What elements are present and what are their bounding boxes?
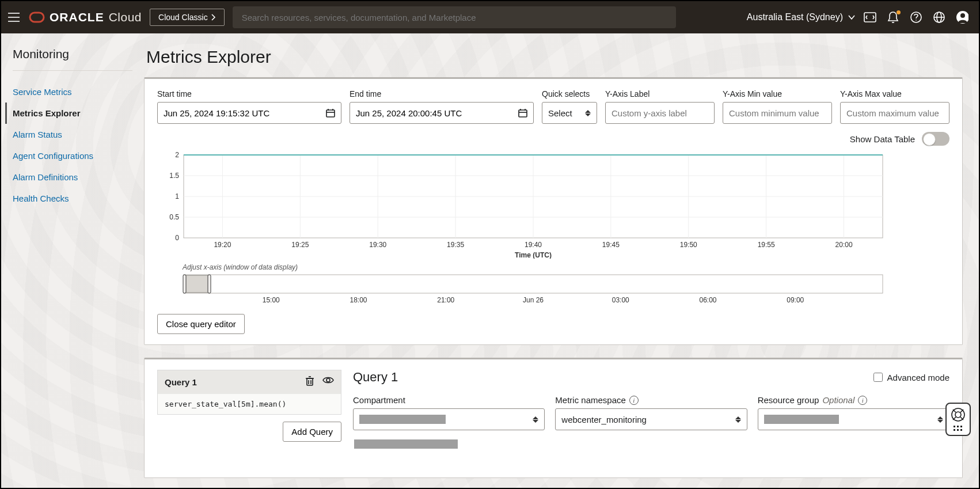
svg-rect-79 [960,429,962,431]
info-icon[interactable]: i [858,396,867,405]
svg-point-7 [916,20,917,21]
end-time-input[interactable] [356,108,518,118]
svg-text:19:30: 19:30 [369,241,386,249]
yaxis-min-label: Y-Axis Min value [723,89,832,98]
sidebar-item-health-checks[interactable]: Health Checks [13,188,132,209]
sidebar-item-agent-configurations[interactable]: Agent Configurations [13,145,132,166]
close-query-editor-button[interactable]: Close query editor [157,314,245,334]
compartment-label: Compartment [353,395,405,405]
start-time-field[interactable] [157,102,341,124]
show-data-table-toggle[interactable] [922,132,949,146]
sidebar-item-alarm-status[interactable]: Alarm Status [13,124,132,145]
start-time-label: Start time [157,89,341,98]
start-time-input[interactable] [164,108,325,118]
svg-text:0.5: 0.5 [169,213,179,221]
yaxis-label-field[interactable] [605,102,715,124]
svg-text:19:35: 19:35 [447,241,464,249]
svg-rect-77 [954,429,955,431]
svg-text:06:00: 06:00 [699,296,716,304]
namespace-select[interactable]: webcenter_monitoring [555,408,747,430]
xaxis-brush[interactable]: 15:0018:0021:00Jun 2603:0006:0009:00 [157,274,894,305]
menu-icon[interactable] [7,12,21,23]
query-code: server_state_val[5m].mean() [158,394,341,414]
logo-cloud-text: Cloud [109,10,142,24]
region-label: Australia East (Sydney) [747,12,843,22]
sidebar-item-metrics-explorer[interactable]: Metrics Explorer [5,103,132,124]
sidebar-item-service-metrics[interactable]: Service Metrics [13,81,132,103]
resource-group-select[interactable] [758,408,949,430]
svg-text:18:00: 18:00 [350,296,367,304]
svg-rect-76 [960,426,962,427]
notifications-icon[interactable] [887,11,899,24]
add-query-button[interactable]: Add Query [283,422,341,442]
svg-rect-75 [957,426,959,427]
metrics-chart[interactable]: 00.511.5219:2019:2519:3019:3519:4019:451… [157,149,894,259]
end-time-field[interactable] [350,102,534,124]
calendar-icon [325,108,335,118]
yaxis-min-field[interactable] [723,102,832,124]
resource-group-value-redacted [764,415,839,424]
optional-label: Optional [822,395,854,405]
adjust-xaxis-label: Adjust x-axis (window of data display) [183,263,949,271]
yaxis-label-input[interactable] [611,108,708,118]
resource-group-label: Resource group [758,395,819,405]
profile-icon[interactable] [956,11,968,24]
select-stepper-icon [735,416,741,423]
yaxis-max-input[interactable] [846,108,943,118]
quick-selects-label: Quick selects [542,89,597,98]
query-main-title: Query 1 [353,370,398,385]
header-icons [864,11,973,24]
advanced-mode-checkbox[interactable] [873,373,883,382]
chevron-right-icon [211,14,216,21]
sidebar: Monitoring Service Metrics Metrics Explo… [1,33,144,489]
svg-text:21:00: 21:00 [437,296,454,304]
search-input[interactable] [242,13,667,22]
svg-text:Jun 26: Jun 26 [523,296,544,304]
advanced-mode-control[interactable]: Advanced mode [873,373,949,382]
grid-icon [954,426,963,431]
namespace-value: webcenter_monitoring [561,415,647,424]
global-search[interactable] [233,6,676,28]
sidebar-item-alarm-definitions[interactable]: Alarm Definitions [13,166,132,188]
svg-point-67 [326,378,330,382]
svg-rect-3 [30,13,44,22]
svg-rect-74 [954,426,955,427]
main-content: Metrics Explorer Start time End time [144,33,979,489]
svg-text:1: 1 [175,192,179,200]
dev-tools-icon[interactable] [864,11,876,24]
advanced-mode-label: Advanced mode [887,373,949,382]
calendar-icon [518,108,527,118]
svg-rect-51 [184,275,883,293]
quick-selects-dropdown[interactable]: Select [542,102,597,124]
cloud-classic-button[interactable]: Cloud Classic [150,9,225,26]
oracle-cloud-logo[interactable]: ORACLE Cloud [29,10,142,24]
svg-text:03:00: 03:00 [612,296,629,304]
region-selector[interactable]: Australia East (Sydney) [747,12,856,22]
svg-rect-17 [519,110,527,117]
visibility-icon[interactable] [322,376,334,388]
svg-text:0: 0 [175,234,179,242]
chevron-down-icon [848,14,856,20]
compartment-path-redacted [354,439,458,449]
svg-text:19:45: 19:45 [602,241,620,249]
query-panel: Query 1 server_state_val[5m].mean() Add … [144,358,963,478]
globe-icon[interactable] [933,11,945,24]
svg-rect-13 [326,110,335,117]
svg-text:15:00: 15:00 [263,296,280,304]
info-icon[interactable]: i [629,396,639,405]
yaxis-max-field[interactable] [840,102,949,124]
svg-text:19:25: 19:25 [291,241,309,249]
help-icon[interactable] [910,11,922,24]
support-button[interactable] [945,403,971,436]
compartment-select[interactable] [353,408,545,430]
logo-mark-text: ORACLE [50,10,104,24]
controls-row: Start time End time Quick selects [157,89,949,124]
svg-text:09:00: 09:00 [787,296,804,304]
svg-rect-62 [307,378,313,385]
show-data-table-label: Show Data Table [850,134,915,144]
delete-query-icon[interactable] [305,376,314,388]
lifebuoy-icon [951,407,966,422]
svg-text:Time (UTC): Time (UTC) [515,251,552,259]
yaxis-max-label: Y-Axis Max value [840,89,949,98]
yaxis-min-input[interactable] [729,108,826,118]
